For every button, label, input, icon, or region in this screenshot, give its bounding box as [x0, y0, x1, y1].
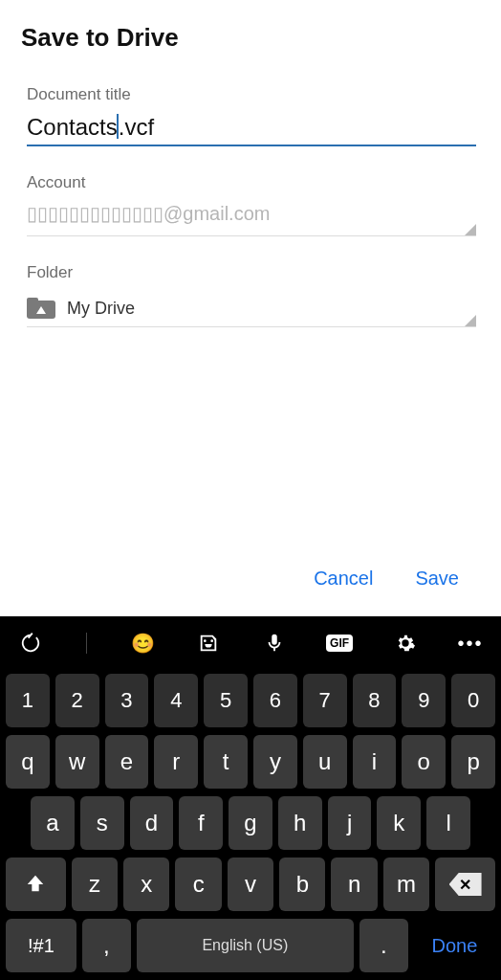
key-d[interactable]: d [130, 796, 174, 850]
comma-key[interactable]: , [82, 919, 131, 972]
emoji-icon[interactable]: 😊 [130, 632, 157, 655]
key-4[interactable]: 4 [154, 674, 198, 727]
keyboard: 😊 GIF ••• 1234567890 qwertyuiop asdfghjk… [0, 616, 501, 980]
page-title: Save to Drive [21, 23, 482, 53]
text-scan-icon[interactable] [17, 633, 44, 654]
key-s[interactable]: s [80, 796, 124, 850]
key-a[interactable]: a [31, 796, 75, 850]
dropdown-resize-icon [465, 224, 476, 235]
document-title-label: Document title [27, 85, 476, 104]
save-button[interactable]: Save [415, 568, 459, 590]
key-0[interactable]: 0 [451, 674, 495, 727]
account-value: ▯▯▯▯▯▯▯▯▯▯▯▯▯@gmail.com [27, 203, 270, 224]
folder-value: My Drive [67, 299, 135, 319]
key-l[interactable]: l [426, 796, 470, 850]
gif-icon[interactable]: GIF [326, 635, 353, 652]
key-w[interactable]: w [55, 735, 99, 789]
key-q[interactable]: q [6, 735, 50, 789]
document-title-value-after: .vcf [119, 114, 154, 140]
key-y[interactable]: y [253, 735, 297, 789]
key-1[interactable]: 1 [6, 674, 50, 727]
folder-select[interactable]: My Drive [27, 292, 476, 327]
key-h[interactable]: h [278, 796, 322, 850]
symbols-key[interactable]: !#1 [6, 919, 76, 972]
key-7[interactable]: 7 [303, 674, 347, 727]
key-k[interactable]: k [377, 796, 421, 850]
toolbar-separator [86, 633, 87, 654]
sticker-icon[interactable] [195, 633, 222, 654]
key-o[interactable]: o [402, 735, 446, 789]
cancel-button[interactable]: Cancel [314, 568, 373, 590]
key-e[interactable]: e [105, 735, 149, 789]
key-v[interactable]: v [228, 858, 273, 911]
space-key[interactable]: English (US) [137, 919, 354, 972]
key-j[interactable]: j [328, 796, 372, 850]
key-9[interactable]: 9 [402, 674, 446, 727]
key-t[interactable]: t [204, 735, 248, 789]
key-6[interactable]: 6 [253, 674, 297, 727]
key-m[interactable]: m [383, 858, 429, 911]
folder-label: Folder [27, 263, 476, 282]
gear-icon[interactable] [392, 633, 419, 654]
key-5[interactable]: 5 [204, 674, 248, 727]
key-f[interactable]: f [179, 796, 223, 850]
key-i[interactable]: i [353, 735, 397, 789]
shift-key[interactable] [6, 858, 66, 911]
drive-folder-icon [27, 298, 55, 319]
key-g[interactable]: g [229, 796, 272, 850]
key-u[interactable]: u [303, 735, 347, 789]
key-b[interactable]: b [279, 858, 325, 911]
dropdown-resize-icon [465, 315, 476, 326]
document-title-input[interactable]: Contacts.vcf [27, 114, 476, 146]
key-p[interactable]: p [451, 735, 495, 789]
key-3[interactable]: 3 [105, 674, 149, 727]
key-c[interactable]: c [175, 858, 221, 911]
document-title-value-before: Contacts [27, 114, 118, 140]
key-r[interactable]: r [154, 735, 198, 789]
mic-icon[interactable] [261, 633, 288, 654]
key-z[interactable]: z [72, 858, 118, 911]
more-icon[interactable]: ••• [457, 633, 484, 655]
key-n[interactable]: n [331, 858, 377, 911]
backspace-key[interactable]: ✕ [435, 858, 495, 911]
account-select[interactable]: ▯▯▯▯▯▯▯▯▯▯▯▯▯@gmail.com [27, 202, 476, 236]
key-8[interactable]: 8 [353, 674, 397, 727]
key-x[interactable]: x [123, 858, 169, 911]
period-key[interactable]: . [359, 919, 408, 972]
key-2[interactable]: 2 [55, 674, 99, 727]
account-label: Account [27, 173, 476, 192]
done-key[interactable]: Done [414, 919, 495, 972]
